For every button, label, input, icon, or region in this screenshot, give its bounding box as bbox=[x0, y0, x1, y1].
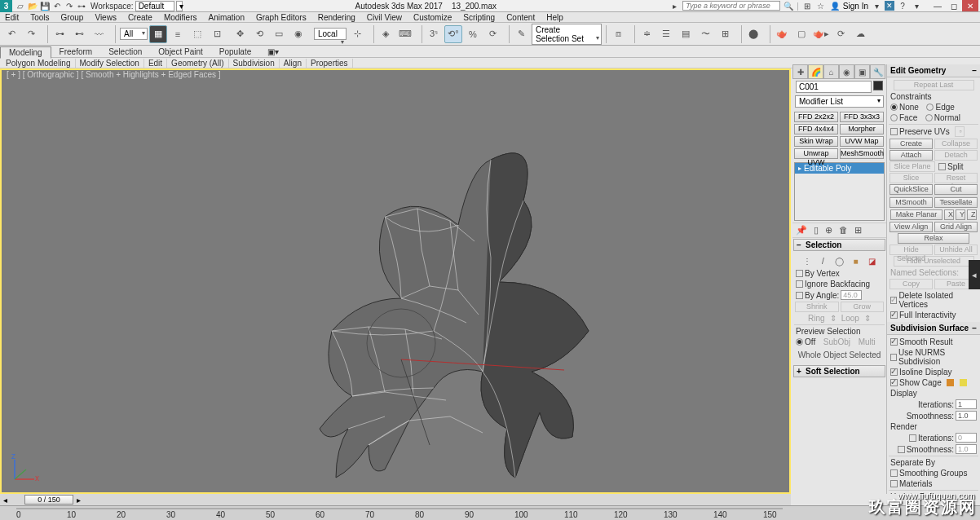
qat-undo[interactable]: ↶ bbox=[51, 1, 63, 11]
tab-hierarchy[interactable]: ⌂ bbox=[823, 64, 839, 79]
layer-explorer-button[interactable]: ☰ bbox=[657, 25, 675, 43]
render-setup-button[interactable]: 🫖 bbox=[773, 25, 791, 43]
rollout-selection[interactable]: Selection bbox=[793, 239, 885, 251]
rotate-button[interactable]: ⟲ bbox=[250, 25, 268, 43]
btn-attach[interactable]: Attach bbox=[890, 150, 933, 161]
signin-dd[interactable]: ▾ bbox=[871, 1, 882, 11]
scale-button[interactable]: ▭ bbox=[270, 25, 288, 43]
menu-rendering[interactable]: Rendering bbox=[318, 13, 355, 22]
menu-civilview[interactable]: Civil View bbox=[367, 13, 402, 22]
rsub-align[interactable]: Align bbox=[280, 59, 307, 68]
tab-modify[interactable]: 🌈 bbox=[808, 64, 823, 79]
object-color-swatch[interactable] bbox=[873, 81, 883, 90]
rendered-frame-button[interactable]: ▢ bbox=[792, 25, 810, 43]
cage-color1[interactable] bbox=[947, 379, 954, 386]
subobj-border[interactable]: ◯ bbox=[834, 255, 845, 267]
modbtn-ffd222[interactable]: FFD 2x2x2 bbox=[794, 112, 838, 122]
chk-render-smooth[interactable] bbox=[898, 446, 905, 453]
close-button[interactable]: ✕ bbox=[962, 0, 978, 11]
exchange2-icon[interactable]: ✕ bbox=[885, 1, 894, 11]
qat-link[interactable]: ⊶ bbox=[76, 1, 87, 11]
chk-use-nurms[interactable] bbox=[890, 354, 897, 361]
tab-create[interactable]: ✚ bbox=[792, 64, 808, 79]
btn-view-align[interactable]: View Align bbox=[890, 222, 933, 232]
chk-split[interactable] bbox=[938, 163, 946, 170]
select-region-button[interactable]: ⬚ bbox=[188, 25, 206, 43]
search-btn[interactable]: 🔍 bbox=[783, 1, 794, 11]
track-bar[interactable]: 0102030405060708090100110120130140150 bbox=[0, 505, 980, 520]
snap-toggle-3-button[interactable]: 3ˢ bbox=[425, 25, 443, 43]
unlink-button[interactable]: ⊷ bbox=[70, 25, 88, 43]
time-slider[interactable]: ◂ 0 / 150 ▸ bbox=[0, 494, 791, 505]
chk-render-iter[interactable] bbox=[909, 434, 916, 442]
search-input[interactable] bbox=[682, 1, 780, 11]
app-icon[interactable]: 3 bbox=[0, 0, 12, 12]
material-editor-button[interactable]: ⬤ bbox=[744, 25, 762, 43]
infocenter-arrow[interactable]: ▸ bbox=[669, 1, 680, 11]
menu-content[interactable]: Content bbox=[506, 13, 535, 22]
panel-subdivision[interactable]: Subdivision Surface bbox=[887, 322, 980, 335]
named-selection-dropdown[interactable]: Create Selection Set bbox=[532, 24, 602, 45]
tab-utilities[interactable]: 🔧 bbox=[870, 64, 885, 79]
btn-planar-x[interactable]: X bbox=[944, 209, 954, 220]
chk-smoothing-groups[interactable] bbox=[890, 469, 898, 477]
ribbon-tab-freeform[interactable]: Freeform bbox=[51, 46, 101, 58]
select-object-button[interactable]: ▦ bbox=[149, 25, 167, 43]
link-button[interactable]: ⊶ bbox=[51, 25, 68, 43]
modbtn-uvwmap[interactable]: UVW Map bbox=[840, 136, 884, 147]
btn-msmooth[interactable]: MSmooth bbox=[890, 197, 933, 208]
rsub-geometry-all[interactable]: Geometry (All) bbox=[167, 59, 228, 68]
minimize-button[interactable]: — bbox=[929, 0, 946, 11]
rsub-modify-selection[interactable]: Modify Selection bbox=[76, 59, 144, 68]
menu-customize[interactable]: Customize bbox=[413, 13, 452, 22]
ribbon-expand-icon[interactable]: ▣▾ bbox=[259, 46, 287, 58]
rad-none[interactable] bbox=[890, 104, 898, 111]
menu-tools[interactable]: Tools bbox=[30, 13, 49, 22]
chk-show-cage[interactable] bbox=[890, 379, 898, 386]
modbtn-skinwrap[interactable]: Skin Wrap bbox=[794, 136, 838, 147]
modifier-stack[interactable]: Editable Poly bbox=[794, 162, 885, 221]
mirror-button[interactable]: ⧈ bbox=[609, 25, 627, 43]
rad-normal[interactable] bbox=[925, 114, 933, 121]
stack-make-unique-icon[interactable]: ⊕ bbox=[825, 225, 832, 236]
btn-tessellate[interactable]: Tessellate bbox=[934, 197, 978, 208]
stack-pin-icon[interactable]: 📌 bbox=[796, 225, 807, 236]
menu-animation[interactable]: Animation bbox=[208, 13, 244, 22]
modbtn-ffd444[interactable]: FFD 4x4x4 bbox=[794, 124, 838, 134]
btn-make-planar[interactable]: Make Planar bbox=[890, 209, 942, 220]
workspace-dropdown[interactable]: Default bbox=[135, 1, 175, 11]
btn-create[interactable]: Create bbox=[890, 139, 933, 149]
subobj-vertex[interactable]: ⋮ bbox=[801, 255, 813, 267]
exchange-icon[interactable]: ⊞ bbox=[801, 1, 813, 11]
subobj-polygon[interactable]: ■ bbox=[850, 255, 862, 267]
panel-dock-toggle[interactable]: ◂ bbox=[969, 260, 980, 289]
modifier-list-dropdown[interactable]: Modifier List bbox=[795, 95, 884, 108]
select-manipulate-button[interactable]: ◈ bbox=[377, 25, 395, 43]
disp-iterations-spinner[interactable]: 1 bbox=[956, 399, 977, 409]
keyboard-shortcut-button[interactable]: ⌨ bbox=[396, 25, 414, 43]
btn-quickslice[interactable]: QuickSlice bbox=[890, 184, 933, 195]
ribbon-tab-modeling[interactable]: Modeling bbox=[0, 46, 51, 59]
menu-views[interactable]: Views bbox=[95, 13, 117, 22]
chk-preserve-uvs[interactable] bbox=[890, 128, 898, 135]
modbtn-morpher[interactable]: Morpher bbox=[840, 124, 884, 134]
window-crossing-button[interactable]: ⊡ bbox=[208, 25, 226, 43]
ref-coord-dropdown[interactable]: Local bbox=[314, 28, 347, 40]
maximize-button[interactable]: ◻ bbox=[946, 0, 962, 11]
rollout-soft-selection[interactable]: Soft Selection bbox=[793, 365, 885, 377]
qat-new[interactable]: ▱ bbox=[15, 1, 26, 11]
tab-motion[interactable]: ◉ bbox=[839, 64, 854, 79]
workspace-dropdown-arrow[interactable]: ▾ bbox=[176, 1, 183, 11]
select-name-button[interactable]: ≡ bbox=[169, 25, 187, 43]
ribbon-tab-selection[interactable]: Selection bbox=[100, 46, 150, 58]
stack-editable-poly[interactable]: Editable Poly bbox=[795, 163, 884, 174]
curve-editor-button[interactable]: 〜 bbox=[696, 25, 714, 43]
ribbon-tab-populate[interactable]: Populate bbox=[211, 46, 259, 58]
disp-smoothness-spinner[interactable]: 1.0 bbox=[956, 411, 977, 421]
timeslider-knob[interactable]: 0 / 150 bbox=[24, 495, 73, 505]
rsub-properties[interactable]: Properties bbox=[307, 59, 353, 68]
chk-isoline[interactable] bbox=[890, 368, 898, 376]
help-icon[interactable]: ? bbox=[897, 1, 908, 11]
user-icon[interactable]: 👤 bbox=[829, 1, 841, 11]
menu-scripting[interactable]: Scripting bbox=[463, 13, 495, 22]
